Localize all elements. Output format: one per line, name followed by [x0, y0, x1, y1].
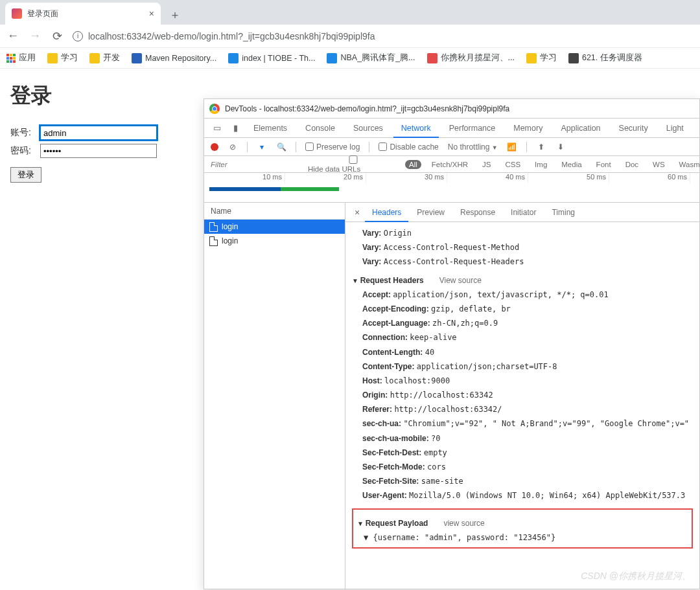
bookmark-icon — [327, 53, 337, 63]
request-list: Name loginlogin — [204, 203, 345, 589]
bookmarks-bar: 应用 学习开发Maven Repository...index | TIOBE … — [0, 48, 700, 69]
bookmark-icon — [526, 53, 537, 63]
inspect-icon[interactable]: ▭ — [209, 123, 225, 133]
tab-favicon — [12, 8, 22, 19]
request-list-header: Name — [204, 203, 345, 220]
bookmark-icon — [132, 53, 142, 63]
devtools-tab-console[interactable]: Console — [298, 119, 343, 138]
login-button[interactable]: 登录 — [10, 167, 41, 183]
filter-type-media[interactable]: Media — [557, 160, 585, 169]
devtools-tab-sources[interactable]: Sources — [345, 119, 391, 138]
download-icon[interactable]: ⬇ — [555, 142, 566, 152]
detail-tab-response[interactable]: Response — [453, 203, 502, 222]
account-input[interactable] — [40, 126, 157, 140]
request-header-row: sec-ch-ua: "Chromium";v="92", " Not A;Br… — [352, 416, 693, 431]
filter-input[interactable] — [211, 161, 301, 168]
devtools-tabs: ▭ ▮ ElementsConsoleSourcesNetworkPerform… — [204, 119, 699, 138]
hide-data-urls-checkbox[interactable]: Hide data URLs — [308, 155, 399, 173]
filter-type-js[interactable]: JS — [478, 160, 495, 169]
filter-type-font[interactable]: Font — [592, 160, 615, 169]
reload-icon[interactable]: ⟳ — [51, 29, 64, 43]
request-row[interactable]: login — [204, 234, 345, 248]
chrome-icon — [209, 104, 220, 114]
timeline-tick: 40 ms — [447, 173, 528, 183]
timeline-tick: 20 ms — [285, 173, 366, 183]
devtools-tab-elements[interactable]: Elements — [246, 119, 295, 138]
preserve-log-checkbox[interactable]: Preserve log — [305, 142, 360, 152]
request-header-row: Referer: http://localhost:63342/ — [352, 402, 693, 416]
payload-body: {username: "admin", password: "123456"} — [373, 533, 555, 542]
request-name: login — [222, 236, 238, 245]
password-label: 密码: — [10, 145, 40, 157]
view-source-link[interactable]: View source — [439, 276, 482, 285]
url-field[interactable]: i localhost:63342/web-demo/login.html?_i… — [73, 31, 694, 41]
clear-icon[interactable]: ⊘ — [228, 142, 238, 152]
response-header-row: Vary: Access-Control-Request-Headers — [352, 255, 693, 269]
devtools-tab-performance[interactable]: Performance — [441, 119, 504, 138]
response-header-row: Vary: Access-Control-Request-Method — [352, 240, 693, 255]
request-detail: × HeadersPreviewResponseInitiatorTiming … — [345, 203, 699, 589]
devtools-titlebar[interactable]: DevTools - localhost:63342/web-demo/logi… — [204, 99, 699, 119]
filter-type-ws[interactable]: WS — [649, 160, 669, 169]
devtools-window: DevTools - localhost:63342/web-demo/logi… — [204, 98, 700, 589]
new-tab-button[interactable]: + — [166, 6, 184, 25]
document-icon — [209, 222, 218, 232]
timeline-bar — [209, 187, 339, 191]
search-icon[interactable]: 🔍 — [276, 142, 286, 152]
bookmark-item[interactable]: index | TIOBE - Th... — [228, 53, 315, 63]
timeline-tick: 10 ms — [204, 173, 285, 183]
bookmark-item[interactable]: 开发 — [89, 52, 120, 63]
devtools-tab-application[interactable]: Application — [553, 119, 608, 138]
bookmark-icon — [427, 53, 438, 63]
devtools-tab-light[interactable]: Light — [659, 119, 692, 138]
filter-icon[interactable]: ▾ — [257, 142, 267, 152]
network-timeline[interactable]: 10 ms20 ms30 ms40 ms50 ms60 ms — [204, 173, 699, 203]
detail-tab-preview[interactable]: Preview — [410, 203, 452, 222]
upload-icon[interactable]: ⬆ — [536, 142, 546, 152]
bookmark-item[interactable]: 学习 — [526, 52, 557, 63]
forward-icon[interactable]: → — [29, 29, 41, 43]
filter-type-wasm[interactable]: Wasm — [675, 160, 700, 169]
close-detail-icon[interactable]: × — [351, 207, 364, 218]
site-info-icon[interactable]: i — [73, 31, 83, 41]
bookmark-label: 学习 — [61, 52, 78, 63]
throttling-select[interactable]: No throttling ▼ — [448, 142, 498, 152]
devtools-tab-memory[interactable]: Memory — [506, 119, 550, 138]
wifi-icon[interactable]: 📶 — [507, 142, 517, 152]
filter-type-img[interactable]: Img — [531, 160, 551, 169]
disable-cache-checkbox[interactable]: Disable cache — [379, 142, 438, 152]
response-header-row: Vary: Origin — [352, 226, 693, 240]
request-header-row: Sec-Fetch-Dest: empty — [352, 446, 693, 460]
filter-type-css[interactable]: CSS — [501, 160, 524, 169]
back-icon[interactable]: ← — [6, 29, 19, 43]
request-payload-section[interactable]: Request Payloadview source — [357, 516, 688, 530]
devtools-tab-security[interactable]: Security — [611, 119, 656, 138]
bookmark-item[interactable]: 学习 — [47, 52, 78, 63]
record-icon[interactable] — [211, 143, 218, 151]
request-header-row: Sec-Fetch-Site: same-site — [352, 474, 693, 488]
request-row[interactable]: login — [204, 220, 345, 234]
request-headers-section[interactable]: Request HeadersView source — [352, 273, 693, 288]
detail-tab-initiator[interactable]: Initiator — [504, 203, 543, 222]
detail-tab-timing[interactable]: Timing — [544, 203, 582, 222]
devtools-tab-network[interactable]: Network — [393, 119, 439, 138]
network-filter-bar: Hide data URLs AllFetch/XHRJSCSSImgMedia… — [204, 156, 699, 173]
browser-tab[interactable]: 登录页面 × — [5, 3, 161, 25]
filter-type-all[interactable]: All — [405, 160, 421, 169]
request-header-row: Origin: http://localhost:63342 — [352, 388, 693, 402]
device-icon[interactable]: ▮ — [228, 123, 243, 133]
password-input[interactable] — [40, 144, 157, 158]
request-header-row: User-Agent: Mozilla/5.0 (Windows NT 10.0… — [352, 488, 693, 503]
filter-type-doc[interactable]: Doc — [622, 160, 642, 169]
bookmark-item[interactable]: NBA_腾讯体育_腾... — [327, 52, 415, 63]
payload-view-source-link[interactable]: view source — [443, 519, 484, 528]
request-header-row: Content-Type: application/json;charset=U… — [352, 359, 693, 374]
bookmark-item[interactable]: 621. 任务调度器 — [568, 52, 642, 63]
apps-button[interactable]: 应用 — [6, 52, 36, 63]
detail-tab-headers[interactable]: Headers — [365, 203, 408, 222]
bookmark-item[interactable]: 你携秋月揽星河、... — [427, 52, 515, 63]
filter-type-fetchxhr[interactable]: Fetch/XHR — [428, 160, 472, 169]
close-icon[interactable]: × — [149, 8, 154, 19]
request-header-row: Sec-Fetch-Mode: cors — [352, 460, 693, 474]
bookmark-item[interactable]: Maven Repository... — [132, 53, 216, 63]
